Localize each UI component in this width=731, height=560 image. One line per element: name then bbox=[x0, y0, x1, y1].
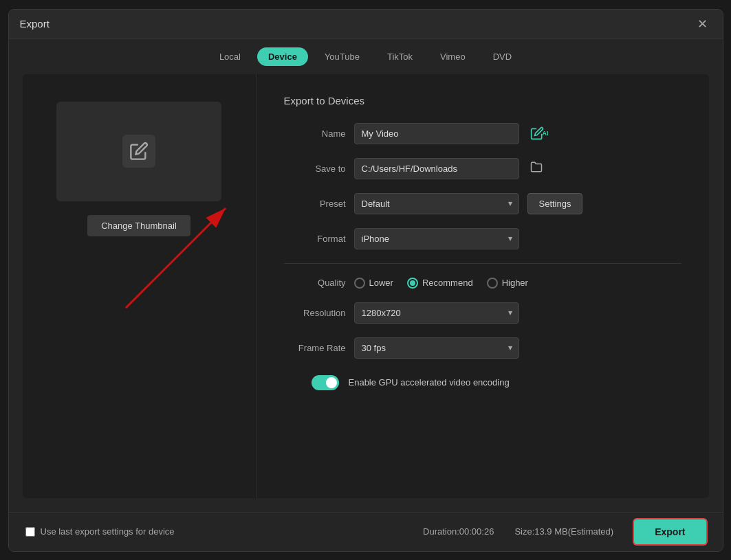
resolution-row: Resolution 1280x720 bbox=[284, 302, 681, 324]
format-select[interactable]: iPhone bbox=[354, 228, 519, 249]
quality-recommend-option[interactable]: Recommend bbox=[407, 278, 473, 289]
dialog-overlay: Export ✕ Local Device YouTube TikTok Vim… bbox=[0, 0, 731, 560]
quality-label: Quality bbox=[284, 278, 346, 288]
title-bar: Export ✕ bbox=[9, 10, 723, 39]
change-thumbnail-button[interactable]: Change Thumbnail bbox=[87, 215, 190, 236]
quality-recommend-label: Recommend bbox=[422, 278, 473, 288]
tab-youtube[interactable]: YouTube bbox=[314, 47, 371, 66]
save-to-row: Save to bbox=[284, 158, 681, 179]
frame-rate-label: Frame Rate bbox=[284, 343, 346, 353]
preset-select[interactable]: Default bbox=[354, 193, 519, 214]
tab-tiktok[interactable]: TikTok bbox=[376, 47, 424, 66]
settings-button[interactable]: Settings bbox=[527, 193, 583, 214]
resolution-label: Resolution bbox=[284, 308, 346, 318]
tab-local[interactable]: Local bbox=[208, 47, 252, 66]
frame-rate-row: Frame Rate 30 fps bbox=[284, 337, 681, 359]
bottom-bar: Use last export settings for device Dura… bbox=[9, 512, 723, 551]
thumbnail-preview bbox=[56, 102, 221, 201]
ai-button[interactable]: AI bbox=[527, 124, 552, 143]
gpu-label: Enable GPU accelerated video encoding bbox=[349, 377, 510, 388]
export-dialog: Export ✕ Local Device YouTube TikTok Vim… bbox=[8, 9, 723, 552]
gpu-row: Enable GPU accelerated video encoding bbox=[312, 375, 681, 390]
divider bbox=[284, 263, 681, 264]
resolution-select-wrapper: 1280x720 bbox=[354, 302, 519, 324]
format-label: Format bbox=[284, 234, 346, 244]
quality-higher-option[interactable]: Higher bbox=[487, 278, 528, 289]
tab-vimeo[interactable]: Vimeo bbox=[429, 47, 477, 66]
last-settings-checkbox[interactable] bbox=[25, 527, 35, 537]
name-input[interactable] bbox=[354, 123, 519, 144]
export-button[interactable]: Export bbox=[634, 519, 706, 544]
quality-higher-label: Higher bbox=[502, 278, 528, 288]
tab-bar: Local Device YouTube TikTok Vimeo DVD bbox=[9, 39, 723, 74]
quality-lower-label: Lower bbox=[369, 278, 393, 288]
size-text: Size:13.9 MB(Estimated) bbox=[514, 526, 613, 537]
frame-rate-select[interactable]: 30 fps bbox=[354, 337, 519, 359]
file-info: Duration:00:00:26 Size:13.9 MB(Estimated… bbox=[423, 519, 706, 544]
quality-lower-radio[interactable] bbox=[354, 278, 365, 289]
right-panel: Export to Devices Name AI Save t bbox=[257, 74, 709, 498]
quality-higher-radio[interactable] bbox=[487, 278, 498, 289]
browse-folder-button[interactable] bbox=[527, 158, 545, 179]
last-settings-row: Use last export settings for device bbox=[25, 526, 175, 537]
quality-recommend-radio[interactable] bbox=[407, 278, 418, 289]
frame-rate-select-wrapper: 30 fps bbox=[354, 337, 519, 359]
quality-lower-option[interactable]: Lower bbox=[354, 278, 393, 289]
preset-row: Preset Default Settings bbox=[284, 193, 681, 214]
save-to-input[interactable] bbox=[354, 158, 519, 179]
format-row: Format iPhone bbox=[284, 228, 681, 249]
save-to-label: Save to bbox=[284, 164, 346, 174]
last-settings-label: Use last export settings for device bbox=[41, 526, 175, 537]
tab-dvd[interactable]: DVD bbox=[482, 47, 523, 66]
resolution-select[interactable]: 1280x720 bbox=[354, 302, 519, 324]
section-title: Export to Devices bbox=[284, 95, 681, 107]
tab-device[interactable]: Device bbox=[257, 47, 308, 66]
quality-row: Quality Lower Recommend Higher bbox=[284, 278, 681, 289]
preset-select-wrapper: Default bbox=[354, 193, 519, 214]
main-content: Change Thumbnail Export to Devices Name bbox=[23, 74, 709, 498]
left-panel: Change Thumbnail bbox=[23, 74, 257, 498]
dialog-title: Export bbox=[20, 18, 50, 30]
thumbnail-icon bbox=[122, 135, 155, 168]
close-button[interactable]: ✕ bbox=[693, 16, 712, 32]
preset-label: Preset bbox=[284, 199, 346, 209]
duration-text: Duration:00:00:26 bbox=[423, 526, 494, 537]
gpu-toggle[interactable] bbox=[312, 375, 339, 390]
name-label: Name bbox=[284, 128, 346, 139]
name-row: Name AI bbox=[284, 123, 681, 144]
format-select-wrapper: iPhone bbox=[354, 228, 519, 249]
quality-options: Lower Recommend Higher bbox=[354, 278, 528, 289]
